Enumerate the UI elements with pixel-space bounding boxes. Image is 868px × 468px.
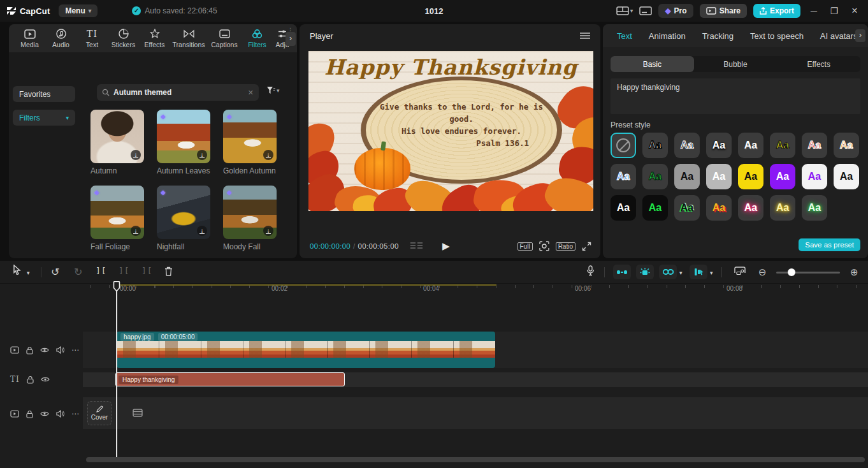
preset-style[interactable]: Aa (642, 164, 668, 189)
tab-scroll-right-button[interactable]: › (855, 29, 865, 42)
preset-style[interactable]: Aa (834, 133, 859, 158)
maximize-button[interactable]: ❐ (827, 6, 841, 16)
preset-style[interactable]: Aa (770, 133, 795, 158)
video-clip-happy-jpg[interactable]: happy.jpg 00:00:05:00 (117, 332, 495, 368)
preset-style[interactable]: Aa (674, 164, 700, 189)
preset-style[interactable]: Aa (611, 164, 636, 189)
tab-transitions[interactable]: Transitions (170, 28, 207, 48)
tab-stickers[interactable]: Stickers (108, 28, 139, 48)
tab-text[interactable]: TI Text (76, 28, 108, 48)
subtab-effects[interactable]: Effects (777, 56, 860, 72)
split-delete-left-button[interactable]: ][ (119, 266, 130, 275)
record-voiceover-button[interactable] (586, 265, 595, 276)
link-toggle-dropdown[interactable]: ▾ (679, 270, 683, 276)
zoom-in-button[interactable]: ⊕ (850, 267, 858, 278)
filter-thumbnail[interactable]: ◆↓ (157, 110, 210, 163)
ratio-button[interactable]: Ratio (556, 242, 575, 251)
filter-card[interactable]: ↓ Autumn (90, 110, 144, 175)
tab-filters[interactable]: Filters (242, 28, 273, 48)
fullscreen-icon[interactable] (582, 242, 591, 251)
layout-toggle-button[interactable]: ▾ (616, 6, 633, 15)
playhead-handle[interactable] (113, 281, 120, 292)
filter-card[interactable]: ◆↓ Nightfall (157, 186, 210, 251)
tab-media[interactable]: Media (14, 28, 45, 48)
filter-card[interactable]: ◆↓ Golden Autumn (223, 110, 277, 175)
eye-icon[interactable] (40, 347, 49, 353)
tab-audio[interactable]: Audio (45, 28, 76, 48)
tab-text-properties[interactable]: Text (617, 31, 632, 41)
preset-style[interactable]: Aa (738, 195, 763, 221)
filter-card[interactable]: ◆↓ Fall Foliage (90, 186, 144, 251)
filter-thumbnail[interactable]: ◆↓ (157, 186, 210, 239)
timeline-zoom-slider[interactable] (776, 272, 840, 274)
snap-cursor-dropdown[interactable]: ▾ (710, 270, 713, 276)
preset-style[interactable]: Aa (834, 164, 859, 189)
lock-icon[interactable] (27, 376, 34, 384)
tab-captions[interactable]: Captions (207, 28, 242, 48)
preset-style[interactable]: Aa (706, 164, 732, 189)
subtab-basic[interactable]: Basic (611, 56, 694, 72)
filter-card[interactable]: ◆↓ Autumn Leaves (157, 110, 210, 175)
preset-style[interactable]: Aa (642, 133, 668, 158)
more-options-icon[interactable]: ⋯ (71, 346, 80, 355)
export-button[interactable]: Export (753, 4, 800, 18)
zoom-slider-knob[interactable] (788, 268, 795, 276)
preset-style[interactable]: Aa (770, 164, 795, 189)
cover-button[interactable]: Cover (87, 401, 112, 425)
preview-canvas[interactable]: Happy Thanksgiving Give thanks to the Lo… (308, 51, 593, 211)
preset-style[interactable]: Aa (802, 195, 827, 221)
snap-cursor-toggle[interactable] (690, 265, 707, 279)
redo-button[interactable]: ↻ (74, 266, 82, 278)
zoom-fit-icon[interactable] (539, 241, 549, 251)
preset-style[interactable]: Aa (802, 133, 827, 158)
select-tool-dropdown[interactable]: ▾ (27, 270, 30, 276)
tab-ai-avatars[interactable]: AI avatars (820, 31, 858, 41)
text-clip[interactable]: Happy thankgiving (115, 372, 345, 386)
text-content-input[interactable]: Happy thankgiving (611, 78, 860, 114)
preset-none[interactable] (611, 133, 636, 158)
preset-style[interactable]: Aa (706, 195, 732, 221)
speaker-icon[interactable] (56, 346, 64, 354)
horizontal-scrollbar[interactable] (86, 457, 865, 462)
preset-style[interactable]: Aa (706, 133, 732, 158)
lock-icon[interactable] (26, 346, 33, 355)
magnetic-snap-toggle[interactable] (613, 265, 631, 279)
filter-card[interactable]: ◆↓ Moody Fall (223, 186, 277, 251)
favorites-button[interactable]: Favorites (13, 86, 75, 102)
preset-style[interactable]: Aa (674, 133, 700, 158)
filter-thumbnail[interactable]: ◆↓ (90, 186, 144, 239)
tab-effects[interactable]: Effects (139, 28, 170, 48)
close-button[interactable]: × (848, 5, 862, 17)
lock-icon[interactable] (26, 410, 33, 418)
player-menu-icon[interactable] (580, 33, 590, 39)
link-toggle[interactable] (659, 265, 677, 279)
tab-text-to-speech[interactable]: Text to speech (750, 31, 804, 41)
preset-style[interactable]: Aa (738, 133, 763, 158)
menu-button[interactable]: Menu▾ (59, 4, 98, 17)
preset-style[interactable]: Aa (642, 195, 668, 221)
filters-category-button[interactable]: Filters ▾ (13, 110, 75, 126)
subtab-bubble[interactable]: Bubble (694, 56, 778, 72)
filter-sort-button[interactable]: ▾ (266, 86, 280, 94)
undo-button[interactable]: ↺ (51, 266, 59, 278)
preset-style[interactable]: Aa (738, 164, 763, 189)
split-delete-right-button[interactable]: ][ (141, 266, 153, 275)
more-options-icon[interactable]: ⋯ (71, 409, 80, 418)
tab-tracking[interactable]: Tracking (702, 31, 734, 41)
filter-thumbnail[interactable]: ◆↓ (223, 110, 277, 163)
speaker-icon[interactable] (56, 410, 64, 418)
minimize-button[interactable]: ─ (807, 6, 821, 16)
add-media-icon[interactable] (133, 409, 143, 417)
panel-toggle-button[interactable] (639, 6, 652, 15)
eye-icon[interactable] (41, 376, 50, 383)
preset-style[interactable]: Aa (802, 164, 827, 189)
clear-search-icon[interactable]: ✕ (248, 89, 254, 97)
delete-button[interactable] (164, 267, 173, 276)
full-button[interactable]: Full (517, 242, 533, 251)
preset-style[interactable]: Aa (674, 195, 700, 221)
select-tool-button[interactable] (13, 265, 22, 275)
preset-style[interactable]: Aa (611, 195, 636, 221)
filter-thumbnail[interactable]: ↓ (90, 110, 144, 163)
frame-view-icon[interactable] (410, 242, 423, 250)
preview-axis-button[interactable] (734, 267, 746, 275)
